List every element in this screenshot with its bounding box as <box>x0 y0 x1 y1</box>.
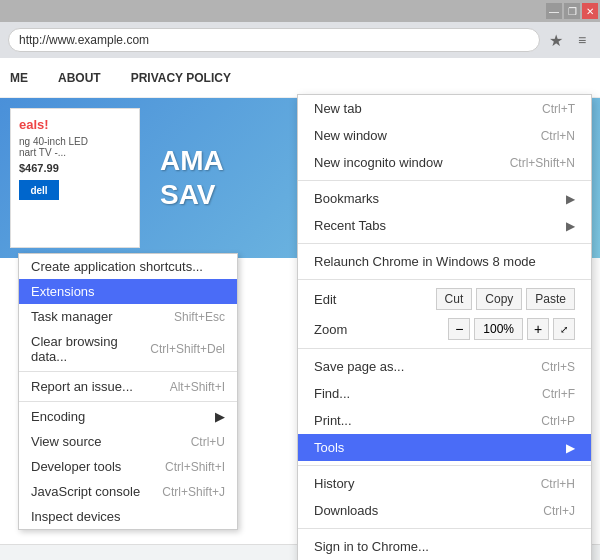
deal-product-sub: nart TV -... <box>19 147 131 158</box>
menu-incognito[interactable]: New incognito window Ctrl+Shift+N <box>298 149 591 176</box>
bookmark-star-icon[interactable]: ★ <box>546 30 566 50</box>
deal-product-name: ng 40-inch LED <box>19 136 131 147</box>
tools-developer-tools[interactable]: Developer tools Ctrl+Shift+I <box>19 454 237 479</box>
minimize-button[interactable]: — <box>546 3 562 19</box>
menu-divider-3 <box>298 279 591 280</box>
site-nav-me[interactable]: ME <box>10 71 28 85</box>
menu-edit-row: Edit Cut Copy Paste <box>298 284 591 314</box>
tools-create-shortcuts[interactable]: Create application shortcuts... <box>19 254 237 279</box>
menu-sign-in[interactable]: Sign in to Chrome... <box>298 533 591 560</box>
tools-submenu: Create application shortcuts... Extensio… <box>18 253 238 530</box>
page-content: ME ABOUT PRIVACY POLICY eals! ng 40-inch… <box>0 58 600 560</box>
deal-card: eals! ng 40-inch LED nart TV -... $467.9… <box>10 108 140 248</box>
deal-price: $467.99 <box>19 162 131 174</box>
menu-print[interactable]: Print... Ctrl+P <box>298 407 591 434</box>
zoom-fullscreen-button[interactable]: ⤢ <box>553 318 575 340</box>
deal-big-text: AMA SAV <box>140 144 224 211</box>
tools-javascript-console[interactable]: JavaScript console Ctrl+Shift+J <box>19 479 237 504</box>
browser-window: — ❐ ✕ ★ ≡ ME ABOUT PRIVACY POLICY eals! … <box>0 0 600 560</box>
edit-cut-button[interactable]: Cut <box>436 288 473 310</box>
menu-recent-tabs[interactable]: Recent Tabs ▶ <box>298 212 591 239</box>
deal-brand-logo: dell <box>19 180 59 200</box>
menu-tools[interactable]: Tools ▶ <box>298 434 591 461</box>
site-nav-about[interactable]: ABOUT <box>58 71 101 85</box>
menu-history[interactable]: History Ctrl+H <box>298 470 591 497</box>
edit-paste-button[interactable]: Paste <box>526 288 575 310</box>
site-header: ME ABOUT PRIVACY POLICY <box>0 58 600 98</box>
zoom-value-display: 100% <box>474 318 523 340</box>
tools-encoding[interactable]: Encoding ▶ <box>19 404 237 429</box>
menu-edit-label: Edit <box>314 292 432 307</box>
tools-view-source[interactable]: View source Ctrl+U <box>19 429 237 454</box>
address-bar[interactable] <box>8 28 540 52</box>
menu-downloads[interactable]: Downloads Ctrl+J <box>298 497 591 524</box>
menu-relaunch-win8[interactable]: Relaunch Chrome in Windows 8 mode <box>298 248 591 275</box>
menu-divider-5 <box>298 465 591 466</box>
tools-task-manager[interactable]: Task manager Shift+Esc <box>19 304 237 329</box>
tools-report-issue[interactable]: Report an issue... Alt+Shift+I <box>19 374 237 399</box>
deal-heading: eals! <box>19 117 131 132</box>
chrome-menu: New tab Ctrl+T New window Ctrl+N New inc… <box>297 94 592 560</box>
navigation-bar: ★ ≡ <box>0 22 600 58</box>
maximize-button[interactable]: ❐ <box>564 3 580 19</box>
menu-new-tab[interactable]: New tab Ctrl+T <box>298 95 591 122</box>
tools-divider-2 <box>19 401 237 402</box>
zoom-plus-button[interactable]: + <box>527 318 549 340</box>
menu-save-page[interactable]: Save page as... Ctrl+S <box>298 353 591 380</box>
title-bar: — ❐ ✕ <box>0 0 600 22</box>
menu-divider-1 <box>298 180 591 181</box>
deal-big-text-line1: AMA <box>160 144 224 178</box>
tools-divider-1 <box>19 371 237 372</box>
menu-divider-6 <box>298 528 591 529</box>
tools-inspect-devices[interactable]: Inspect devices <box>19 504 237 529</box>
tools-extensions[interactable]: Extensions <box>19 279 237 304</box>
deal-big-text-line2: SAV <box>160 178 224 212</box>
menu-divider-2 <box>298 243 591 244</box>
edit-copy-button[interactable]: Copy <box>476 288 522 310</box>
chrome-menu-icon[interactable]: ≡ <box>572 30 592 50</box>
site-nav-privacy[interactable]: PRIVACY POLICY <box>131 71 231 85</box>
zoom-minus-button[interactable]: − <box>448 318 470 340</box>
menu-new-window[interactable]: New window Ctrl+N <box>298 122 591 149</box>
close-button[interactable]: ✕ <box>582 3 598 19</box>
tools-clear-browsing[interactable]: Clear browsing data... Ctrl+Shift+Del <box>19 329 237 369</box>
menu-zoom-label: Zoom <box>314 322 444 337</box>
menu-bookmarks[interactable]: Bookmarks ▶ <box>298 185 591 212</box>
menu-zoom-row: Zoom − 100% + ⤢ <box>298 314 591 344</box>
menu-find[interactable]: Find... Ctrl+F <box>298 380 591 407</box>
menu-divider-4 <box>298 348 591 349</box>
